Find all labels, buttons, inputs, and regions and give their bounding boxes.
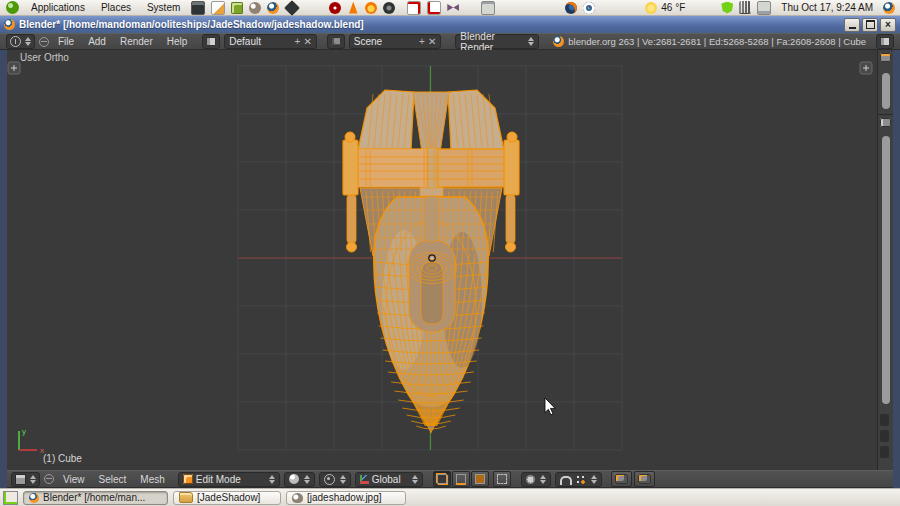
task-button-jadeshadow-folder[interactable]: [JadeShadow] bbox=[173, 491, 281, 505]
menu-file[interactable]: File bbox=[53, 36, 79, 47]
menu-add[interactable]: Add bbox=[83, 36, 111, 47]
properties-expand-button[interactable] bbox=[860, 62, 872, 74]
render-anim-icon bbox=[638, 474, 651, 484]
viewport-shading-dropdown[interactable] bbox=[284, 472, 315, 487]
snap-magnet-icon[interactable] bbox=[560, 476, 572, 485]
audacity-launcher-icon[interactable] bbox=[365, 2, 377, 14]
distro-menu-icon[interactable] bbox=[6, 1, 19, 14]
properties-tab-stub2[interactable] bbox=[880, 430, 889, 442]
terminal-launcher-icon[interactable] bbox=[191, 1, 205, 15]
minimize-button[interactable] bbox=[844, 18, 860, 32]
render-engine-dropdown[interactable]: Blender Render bbox=[455, 34, 539, 49]
panel-clock[interactable]: Thu Oct 17, 9:24 AM bbox=[775, 2, 879, 13]
text-editor-launcher-icon[interactable] bbox=[211, 1, 225, 15]
pivot-dropdown[interactable] bbox=[319, 472, 351, 487]
properties-strip[interactable] bbox=[878, 118, 893, 475]
viewport-editor-selector[interactable] bbox=[11, 472, 40, 487]
outliner-editor-icon[interactable] bbox=[880, 53, 891, 62]
editor-type-selector[interactable] bbox=[6, 34, 35, 49]
edit-mode-icon bbox=[183, 474, 193, 484]
menu-select[interactable]: Select bbox=[94, 474, 132, 485]
inkscape-launcher-icon[interactable] bbox=[284, 0, 300, 15]
snap-group bbox=[555, 472, 602, 487]
blender-launcher-icon[interactable] bbox=[267, 2, 279, 14]
task-button-gimp-image[interactable]: [jadeshadow.jpg] bbox=[286, 491, 406, 505]
viewport-header: View Select Mesh Edit Mode Global bbox=[7, 470, 893, 488]
collapse-viewport-menus-icon[interactable] bbox=[44, 474, 54, 484]
vlc-launcher-icon[interactable] bbox=[347, 2, 359, 14]
properties-scrollbar[interactable] bbox=[882, 136, 890, 404]
3d-view-editor-icon bbox=[15, 474, 26, 485]
folder-icon bbox=[179, 492, 193, 503]
menu-view[interactable]: View bbox=[58, 474, 90, 485]
limit-selection-visible-button[interactable] bbox=[493, 471, 511, 487]
game-launcher-icon[interactable] bbox=[447, 2, 459, 14]
outliner-strip[interactable] bbox=[878, 53, 893, 115]
menu-places[interactable]: Places bbox=[94, 0, 138, 15]
cards2-launcher-icon[interactable] bbox=[427, 1, 441, 15]
properties-tab-stub3[interactable] bbox=[880, 446, 889, 458]
add-layout-icon[interactable]: + bbox=[295, 36, 301, 47]
show-desktop-icon[interactable] bbox=[3, 491, 18, 505]
window-title: Blender* [/home/mandoman/ooliteships/Jad… bbox=[19, 19, 840, 30]
menu-applications[interactable]: Applications bbox=[24, 0, 92, 15]
close-button[interactable]: × bbox=[880, 18, 896, 32]
disc-burner-launcher-icon[interactable] bbox=[329, 2, 341, 14]
task-button-blender[interactable]: Blender* [/home/man... bbox=[23, 491, 168, 505]
speaker-launcher-icon[interactable] bbox=[383, 2, 395, 14]
vertex-select-button[interactable] bbox=[433, 471, 451, 487]
scene-icon-button[interactable] bbox=[327, 34, 345, 49]
mode-arrows bbox=[269, 475, 275, 484]
info-editor-icon bbox=[10, 36, 21, 47]
snap-target-icon[interactable] bbox=[576, 475, 585, 484]
firefox-icon[interactable] bbox=[565, 2, 577, 14]
calculator-launcher-icon[interactable] bbox=[231, 2, 243, 14]
properties-editor-icon[interactable] bbox=[880, 118, 891, 127]
menu-help[interactable]: Help bbox=[162, 36, 193, 47]
screen-layout-icon-button[interactable] bbox=[202, 34, 220, 49]
edge-select-button[interactable] bbox=[452, 471, 470, 487]
screenshot-launcher-icon[interactable] bbox=[481, 1, 495, 15]
orientation-name: Global bbox=[372, 474, 407, 485]
chrome-icon[interactable] bbox=[583, 2, 595, 14]
menu-render[interactable]: Render bbox=[115, 36, 158, 47]
proportional-edit-dropdown[interactable] bbox=[521, 472, 551, 487]
layout-grid-icon bbox=[206, 37, 216, 46]
remove-scene-icon[interactable]: ✕ bbox=[428, 36, 436, 47]
window-duplicate-button[interactable] bbox=[876, 34, 894, 49]
close-icon: × bbox=[885, 20, 891, 30]
maximize-button[interactable] bbox=[862, 18, 878, 32]
gimp-launcher-icon[interactable] bbox=[249, 2, 261, 14]
menu-mesh[interactable]: Mesh bbox=[135, 474, 169, 485]
blender-tray-icon[interactable] bbox=[883, 2, 895, 14]
task-label-folder: [JadeShadow] bbox=[197, 492, 260, 503]
scene-field[interactable]: Scene + ✕ bbox=[349, 34, 442, 49]
orientation-dropdown[interactable]: Global bbox=[355, 472, 423, 487]
menu-system[interactable]: System bbox=[140, 0, 187, 15]
printer-icon[interactable] bbox=[757, 1, 771, 15]
screen-layout-field[interactable]: Default + ✕ bbox=[224, 34, 317, 49]
shield-check-icon[interactable] bbox=[721, 2, 733, 14]
add-scene-icon[interactable]: + bbox=[419, 36, 425, 47]
cards-launcher-icon[interactable] bbox=[407, 1, 421, 15]
pivot-center-icon bbox=[324, 474, 335, 485]
collapse-menus-icon[interactable] bbox=[39, 37, 49, 47]
render-opengl-button[interactable] bbox=[611, 471, 632, 487]
window-titlebar[interactable]: Blender* [/home/mandoman/ooliteships/Jad… bbox=[0, 16, 900, 33]
weather-sun-icon[interactable] bbox=[645, 2, 657, 14]
3d-viewport[interactable]: User Ortho y x (1) Cub bbox=[7, 50, 877, 470]
toolshelf-expand-button[interactable] bbox=[8, 62, 20, 74]
signal-bars-icon[interactable] bbox=[739, 1, 751, 14]
remove-layout-icon[interactable]: ✕ bbox=[303, 36, 311, 47]
orientation-arrows bbox=[412, 475, 418, 484]
mode-dropdown[interactable]: Edit Mode bbox=[178, 472, 280, 487]
info-header: File Add Render Help Default + ✕ Scene +… bbox=[0, 33, 900, 50]
proportional-arrows bbox=[540, 475, 546, 484]
render-opengl-anim-button[interactable] bbox=[634, 471, 655, 487]
outliner-scrollbar[interactable] bbox=[882, 73, 890, 109]
pivot-arrows bbox=[340, 475, 346, 484]
properties-tab-stub[interactable] bbox=[880, 414, 889, 426]
face-select-button[interactable] bbox=[471, 471, 489, 487]
engine-arrows bbox=[528, 37, 534, 46]
gimp-icon bbox=[292, 493, 303, 503]
